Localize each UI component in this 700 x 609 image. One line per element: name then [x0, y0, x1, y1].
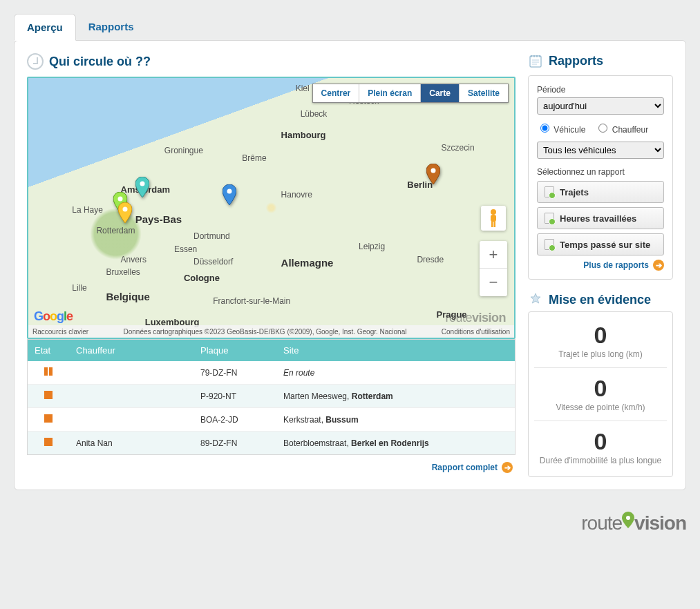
map-pin[interactable] [135, 177, 149, 197]
zoom-out-button[interactable]: − [480, 269, 507, 296]
vehicle-table: Etat Chauffeur Plaque Site 79-DZ-FNEn ro… [27, 339, 515, 455]
map-attribution: Données cartographiques ©2023 GeoBasis-D… [95, 328, 435, 336]
map-type-satellite-button[interactable]: Satellite [460, 84, 508, 102]
table-row[interactable]: P-920-NTMarten Meesweg, Rotterdam [28, 385, 515, 408]
vehicle-select[interactable]: Tous les véhicules [537, 142, 664, 159]
status-icon [44, 414, 53, 423]
col-site: Site [276, 340, 515, 361]
city-label: Dresde [417, 255, 444, 264]
city-label: Dortmund [193, 231, 230, 241]
svg-point-2 [123, 207, 128, 212]
status-icon [44, 438, 53, 446]
country-label: Belgique [106, 291, 149, 302]
city-label: Anvers [121, 255, 146, 264]
city-label: Lille [72, 283, 86, 293]
zoom-in-button[interactable]: + [480, 241, 507, 269]
svg-point-17 [626, 516, 630, 520]
filter-vehicle-radio[interactable]: Véhicule [537, 122, 585, 135]
city-label: Leipzig [359, 242, 385, 251]
map-pin[interactable] [223, 184, 236, 205]
map-fullscreen-button[interactable]: Plein écran [359, 84, 421, 102]
highlight-longest-trip: 0 Trajet le plus long (km) [534, 315, 667, 368]
report-icon [545, 213, 554, 224]
highlight-icon [528, 292, 543, 307]
map-pin[interactable] [426, 164, 440, 184]
city-label: Essen [174, 244, 197, 254]
svg-point-0 [140, 181, 144, 186]
city-label: La Haye [72, 205, 103, 215]
city-label: Düsseldorf [193, 257, 233, 267]
svg-point-5 [491, 209, 496, 215]
table-row[interactable]: 79-DZ-FNEn route [28, 361, 515, 385]
country-label: Pays-Bas [135, 213, 182, 225]
map-watermark: routevision [445, 311, 506, 325]
city-label: Hanovre [281, 190, 312, 200]
status-icon [44, 367, 53, 376]
highlight-top-speed: 0 Vitesse de pointe (km/h) [534, 368, 667, 421]
col-chauffeur: Chauffeur [69, 340, 193, 361]
city-label: Bruxelles [106, 267, 140, 277]
country-label: Allemagne [281, 257, 334, 269]
svg-point-1 [118, 197, 123, 202]
tab-overview[interactable]: Aperçu [14, 14, 76, 41]
table-row[interactable]: Anita Nan89-DZ-FNBoterbloemstraat, Berke… [28, 432, 515, 455]
map-center-button[interactable]: Centrer [313, 84, 360, 102]
city-label: Szczecin [442, 143, 475, 153]
highlights-title: Mise en évidence [549, 293, 651, 307]
status-icon [44, 391, 53, 399]
map-section-title: Qui circule où ?? [49, 55, 151, 69]
map-shortcuts-link[interactable]: Raccourcis clavier [32, 328, 88, 336]
city-label: Hambourg [281, 130, 326, 140]
city-label: Groningue [164, 146, 203, 155]
report-trips-button[interactable]: Trajets [537, 181, 664, 203]
svg-point-3 [227, 189, 232, 194]
arrow-right-icon: ➔ [502, 462, 513, 473]
map-pin[interactable] [118, 202, 132, 223]
col-plaque: Plaque [193, 340, 276, 361]
city-label: Francfort-sur-le-Main [213, 296, 290, 306]
svg-rect-6 [491, 215, 496, 222]
svg-rect-8 [494, 221, 496, 227]
city-label: Kiel [296, 84, 310, 93]
compass-icon [27, 53, 44, 70]
google-logo: Google [34, 309, 73, 324]
report-time-on-site-button[interactable]: Temps passé sur site [537, 233, 664, 255]
report-icon [545, 186, 554, 197]
period-label: Période [537, 85, 565, 95]
arrow-right-icon: ➔ [653, 260, 664, 271]
city-label: Brême [242, 153, 266, 163]
city-label: Rotterdam [96, 226, 135, 235]
select-report-label: Sélectionnez un rapport [537, 167, 664, 177]
table-row[interactable]: BOA-2-JDKerkstraat, Bussum [28, 408, 515, 432]
highlight-longest-idle: 0 Durée d'immobilité la plus longue [534, 421, 667, 474]
col-etat: Etat [28, 340, 69, 361]
map[interactable]: Kiel Lübeck Rostock Hambourg Groningue B… [27, 77, 515, 339]
full-report-link[interactable]: Rapport complet ➔ [432, 462, 513, 473]
pegman-icon [486, 209, 501, 228]
map-type-map-button[interactable]: Carte [421, 84, 460, 102]
svg-rect-9 [530, 56, 541, 67]
svg-rect-7 [491, 221, 493, 227]
reports-title: Rapports [549, 54, 603, 68]
report-worked-hours-button[interactable]: Heures travaillées [537, 207, 664, 229]
tab-reports[interactable]: Rapports [76, 14, 146, 41]
report-icon [545, 239, 554, 250]
streetview-pegman[interactable] [481, 206, 506, 231]
brand-logo: routevision [0, 504, 700, 548]
notes-icon [528, 53, 543, 68]
tabs: Aperçu Rapports [14, 14, 686, 41]
period-select[interactable]: aujourd'hui [537, 97, 664, 115]
more-reports-link[interactable]: Plus de rapports ➔ [583, 260, 664, 271]
map-terms-link[interactable]: Conditions d'utilisation [442, 328, 510, 336]
filter-driver-radio[interactable]: Chauffeur [595, 122, 648, 135]
svg-point-4 [431, 168, 436, 173]
city-label: Cologne [184, 273, 220, 283]
city-label: Lübeck [301, 109, 328, 119]
